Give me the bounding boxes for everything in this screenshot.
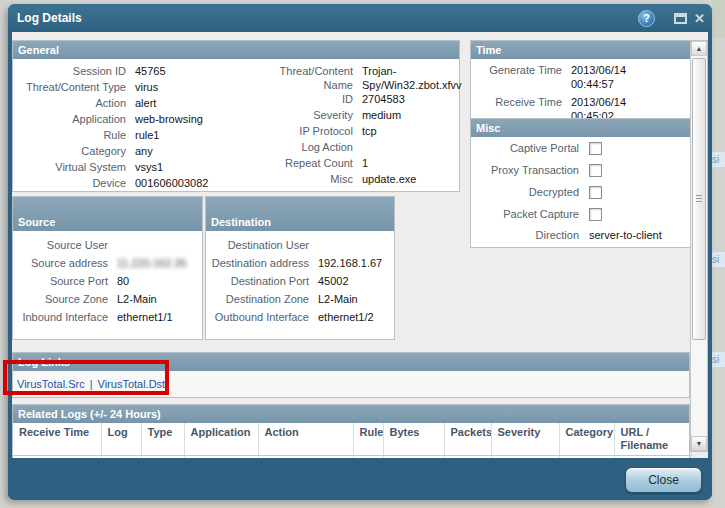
related-logs-table: Receive Time Log Type Application Action… [13,423,692,458]
dialog-titlebar[interactable]: Log Details ? ✕ [8,4,712,32]
general-header: General [13,41,459,59]
column-header: Packets [444,423,491,456]
field-row: Threat/Content Typevirus [13,80,250,96]
field-label: Device [13,176,135,192]
background-corner [712,0,725,38]
field-value: 80 [117,273,129,291]
field-row: Inbound Interfaceethernet1/1 [13,309,202,327]
field-row: ID2704583 [250,92,459,108]
source-panel: Source Source User Source address11.220.… [12,196,203,340]
field-value: 001606003082 [135,176,208,192]
field-value: Trojan-Spy/Win32.zbot.xfvv [362,64,458,92]
link-separator: | [90,378,93,390]
field-row: Miscupdate.exe [250,172,459,188]
maximize-icon[interactable] [672,10,689,27]
field-value: virus [135,80,158,96]
scrollbar-down-button[interactable]: ▼ [691,436,707,451]
virustotal-src-link[interactable]: VirusTotal.Src [17,378,85,390]
destination-header: Destination [206,197,394,231]
virustotal-dst-link[interactable]: VirusTotal.Dst [98,378,166,390]
field-label: Destination Zone [206,291,318,309]
field-value: 2704583 [362,92,458,108]
column-header: URL / Filename [614,423,691,456]
field-label: Destination address [206,255,318,273]
related-logs-header: Related Logs (+/- 24 Hours) [13,405,689,423]
field-row: Outbound Interfaceethernet1/2 [206,309,394,327]
field-value: tcp [362,124,458,140]
scrollbar-up-button[interactable]: ▲ [691,41,707,56]
field-value: 2013/06/14 00:44:57 [571,63,663,91]
field-value: vsys1 [135,160,163,176]
field-label: Threat/Content Name [250,64,362,92]
source-address-redacted-value: 11.220.162.35 [117,255,187,273]
captive-portal-row: Captive Portal [471,137,691,159]
field-row: IP Protocoltcp [250,124,459,140]
field-value: 45002 [318,273,349,291]
log-links-header: Log Links [13,353,689,371]
background-text-fragment: si [712,252,725,267]
field-label: Source Zone [13,291,117,309]
background-text-fragment: si [712,352,725,367]
field-row: Source Port80 [13,273,202,291]
close-button[interactable]: Close [625,467,702,493]
misc-header: Misc [471,119,691,137]
column-header: Rule [353,423,383,456]
source-header: Source [13,197,202,231]
vertical-scrollbar[interactable]: ▲ ▼ [690,40,708,452]
field-row: Severitymedium [250,108,459,124]
field-value: any [135,144,153,160]
help-icon[interactable]: ? [638,10,655,27]
destination-panel: Destination Destination User Destination… [205,196,395,340]
destination-body: Destination User Destination address192.… [206,231,394,327]
column-header: Receive Time [13,423,101,456]
packet-capture-checkbox[interactable] [589,208,602,221]
general-left-column: Session ID45765 Threat/Content Typevirus… [13,64,250,192]
proxy-transaction-checkbox[interactable] [589,164,602,177]
field-label: Outbound Interface [206,309,318,327]
field-row: Destination Port45002 [206,273,394,291]
direction-row: Direction server-to-client [471,225,691,245]
column-header: Severity [491,423,559,456]
field-label: Rule [13,128,135,144]
column-header: Bytes [383,423,444,456]
captive-portal-checkbox[interactable] [589,142,602,155]
field-label: Source Port [13,273,117,291]
time-panel: Time Generate Time2013/06/14 00:44:57 Re… [470,40,692,120]
log-links-panel: Log Links VirusTotal.Src | VirusTotal.Ds… [12,352,690,398]
field-label: IP Protocol [250,124,362,140]
proxy-transaction-row: Proxy Transaction [471,159,691,181]
maximize-icon-box [674,13,687,24]
field-label: Source address [13,255,117,273]
field-row: Generate Time2013/06/14 00:44:57 [471,63,691,91]
misc-panel: Misc Captive Portal Proxy Transaction De… [470,118,692,248]
field-row: Session ID45765 [13,64,250,80]
log-links-body: VirusTotal.Src | VirusTotal.Dst [13,371,689,397]
scrollbar-track[interactable] [691,56,707,436]
field-label: Action [13,96,135,112]
field-value: ethernet1/1 [117,309,173,327]
column-header: Application [184,423,258,456]
field-label: Decrypted [471,186,589,198]
time-header: Time [471,41,691,59]
column-header: Log [101,423,141,456]
scrollbar-thumb[interactable] [692,58,706,340]
field-label: Destination Port [206,273,318,291]
source-body: Source User Source address11.220.162.35 … [13,231,202,327]
field-label: Source User [13,237,117,255]
field-value: alert [135,96,156,112]
column-header: Action [258,423,353,456]
background-text-fragment: si [712,152,725,167]
field-label: Log Action [250,140,362,156]
close-icon[interactable]: ✕ [691,10,708,27]
field-value: 1 [362,156,458,172]
field-row: Threat/Content NameTrojan-Spy/Win32.zbot… [250,64,459,92]
dialog-title: Log Details [17,11,82,25]
page: si si si Log Details ? ✕ General Session… [0,0,725,508]
field-value: ethernet1/2 [318,309,374,327]
field-value: server-to-client [589,229,662,241]
field-row: Source address11.220.162.35 [13,255,202,273]
field-row: Device001606003082 [13,176,250,192]
decrypted-checkbox[interactable] [589,186,602,199]
table-header-row: Receive Time Log Type Application Action… [13,423,691,456]
field-value: medium [362,108,458,124]
